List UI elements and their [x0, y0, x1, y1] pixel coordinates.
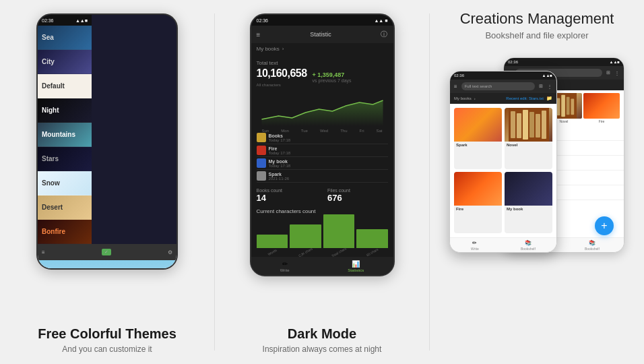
file-card-fire[interactable]: Fire: [454, 172, 502, 233]
phone-mockup-stats: 02:36 ▲▲■ ≡ Statistic ⓘ My books ›: [250, 13, 395, 276]
themes-sidebar: 02:36 ▲▲■ Sea City Default Night: [38, 15, 92, 244]
files-grid: Spark: [450, 104, 556, 237]
bar-total: Total chars: [323, 214, 355, 254]
svg-rect-7: [561, 95, 565, 117]
svg-rect-16: [542, 111, 546, 139]
status-time: 02:36: [42, 18, 54, 23]
stats-label: Statistics: [348, 268, 364, 272]
novel-card-name: Novel: [505, 142, 552, 148]
theme-stars[interactable]: Stars: [38, 147, 92, 171]
bar-60: 60 chars: [356, 229, 388, 254]
spark-card-thumb: [454, 108, 502, 142]
files-count: Files count 676: [327, 188, 388, 203]
back-more-icon[interactable]: ⋮: [614, 70, 620, 76]
bottom-nav-stats: ✏ Write 📊 Statistics: [251, 257, 393, 275]
line-chart-container: SunMonTueWedThuFriSat: [251, 90, 393, 130]
menu-icon[interactable]: ≡: [42, 249, 45, 255]
front-search-bar[interactable]: Full text search: [461, 82, 535, 90]
svg-rect-15: [536, 114, 540, 138]
phone-front: 02:36 ▲▲■ ≡ Full text search ⊞ ⋮ My book…: [449, 71, 557, 253]
sidebar-header: 02:36 ▲▲■: [38, 15, 92, 26]
info-icon[interactable]: ⓘ: [381, 30, 387, 39]
file-card-mybook[interactable]: My book: [505, 172, 552, 233]
book-info-spark: Spark 2021-11-26: [269, 172, 388, 181]
status-icons-stats: ▲▲■: [374, 18, 387, 23]
book-row-fire[interactable]: Fire Today 17:18: [257, 144, 388, 157]
novel-shelf-svg: [509, 108, 549, 142]
theme-mountains[interactable]: Mountains: [38, 123, 92, 147]
theme-night[interactable]: Night: [38, 98, 92, 123]
fire-card-thumb: [454, 172, 502, 206]
front-menu-icon[interactable]: ≡: [454, 84, 457, 90]
stats-icon: 📊: [352, 260, 360, 268]
svg-rect-9: [571, 99, 574, 115]
front-phone-screen: 02:36 ▲▲■ ≡ Full text search ⊞ ⋮ My book…: [450, 71, 556, 252]
book-icon: [257, 133, 266, 142]
file-card-novel[interactable]: Novel: [505, 108, 552, 169]
write-icon-front: ✏: [472, 240, 477, 246]
svg-rect-14: [529, 112, 534, 138]
hamburger-icon[interactable]: ≡: [257, 31, 261, 38]
tune-icon: ⚙: [168, 249, 172, 255]
folder-new-icon[interactable]: 📁: [546, 96, 552, 101]
stats-nav[interactable]: My books ›: [251, 43, 393, 55]
caption-title-1: Free Colorful Themes: [38, 326, 176, 342]
fire-label: Fire: [599, 119, 605, 123]
book-info-fire: Fire Today 17:18: [269, 146, 388, 155]
novel-label: Novel: [560, 119, 569, 123]
status-icons: ▲▲■: [75, 18, 88, 23]
books-list: Books Today 17:18 Fire Today 17:18: [251, 130, 393, 184]
mybook-card-name: My book: [505, 206, 552, 212]
main-container: 02:36 ▲▲■ Sea City Default Night: [0, 0, 644, 364]
theme-city[interactable]: City: [38, 50, 92, 74]
front-bottom-nav: ✏ Write 📚 Bookshelf: [450, 237, 556, 252]
all-chars-label: All characters: [257, 83, 388, 87]
mountain-background: [38, 260, 176, 268]
nav-write-front[interactable]: ✏ Write: [471, 240, 479, 251]
nav-bookshelf-back[interactable]: 📚 Bookshelf: [585, 240, 600, 251]
book-icon-fire: [257, 146, 266, 155]
fab-button[interactable]: +: [595, 216, 614, 235]
content-toolbar: ≡ ✓ ⚙: [38, 244, 176, 260]
svg-rect-8: [567, 97, 570, 115]
front-toolbar: ≡ Full text search ⊞ ⋮: [450, 80, 556, 93]
panel-themes: 02:36 ▲▲■ Sea City Default Night: [0, 0, 214, 364]
nav-statistics[interactable]: 📊 Statistics: [348, 260, 364, 272]
file-card-spark[interactable]: Spark: [454, 108, 502, 169]
stats-time: 02:36: [257, 18, 269, 23]
svg-rect-12: [517, 113, 521, 138]
panel1-caption: Free Colorful Themes And you can customi…: [38, 320, 176, 354]
theme-bonfire[interactable]: Bonfire: [38, 220, 92, 244]
bar-cjk: CJK chars: [290, 224, 321, 254]
theme-desert[interactable]: Desert: [38, 195, 92, 220]
panel3-subtitle: Bookshelf and file explorer: [485, 30, 588, 40]
bar-chart: Words CJK chars Total chars 60 char: [257, 217, 388, 254]
svg-rect-13: [523, 110, 528, 140]
book-icon-mybook: [257, 158, 266, 168]
stats-header: ≡ Statistic ⓘ: [251, 26, 393, 43]
panel-darkmode: 02:36 ▲▲■ ≡ Statistic ⓘ My books ›: [215, 0, 429, 364]
theme-sea[interactable]: Sea: [38, 26, 92, 50]
phone-mockup-themes: 02:36 ▲▲■ Sea City Default Night: [36, 13, 178, 270]
theme-default[interactable]: Default: [38, 74, 92, 98]
back-grid-icon[interactable]: ⊞: [606, 70, 610, 75]
total-label: Total text: [257, 60, 388, 66]
book-row-spark[interactable]: Spark 2021-11-26: [257, 170, 388, 183]
back-status-bar: 02:36 ▲▲■: [504, 58, 624, 66]
front-grid-icon[interactable]: ⊞: [539, 84, 543, 89]
theme-snow[interactable]: Snow: [38, 171, 92, 195]
bar-words: Words: [257, 235, 288, 254]
book-row-books[interactable]: Books Today 17:18: [257, 131, 388, 144]
nav-bookshelf-front[interactable]: 📚 Bookshelf: [521, 240, 536, 251]
themes-content: ≡ ✓ ⚙ Chapte: [38, 244, 176, 268]
nav-write[interactable]: ✏ Write: [280, 260, 290, 272]
double-phones-container: 02:36 ▲▲■ ≡ Full text search ⊞ ⋮ My book…: [449, 51, 624, 266]
caption-subtitle-2: Inspiration always comes at night: [263, 344, 382, 354]
book-icon-spark: [257, 171, 266, 181]
stats-total-section: Total text 10,160,658 + 1,359,487 vs pre…: [251, 55, 393, 90]
svg-rect-11: [511, 111, 515, 138]
thumb-fire[interactable]: Fire: [583, 93, 620, 123]
stats-status-bar: 02:36 ▲▲■: [251, 15, 393, 26]
front-more-icon[interactable]: ⋮: [547, 84, 552, 90]
book-row-mybook[interactable]: My book Today 17:18: [257, 157, 388, 170]
